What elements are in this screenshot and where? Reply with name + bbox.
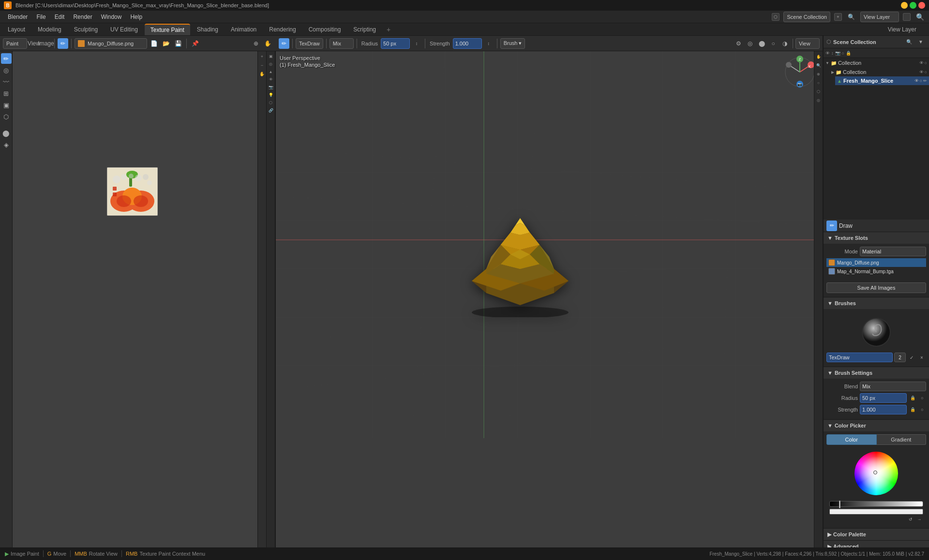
paint-mode-dropdown[interactable]: Paint — [3, 38, 27, 49]
outliner-collection[interactable]: ▶ 📁 Collection 👁 ○ — [829, 68, 929, 76]
save-all-btn[interactable]: Save All Images — [826, 282, 926, 293]
status-key-1[interactable]: ▶ — [5, 551, 9, 557]
tab-viewlayer-right[interactable]: View Layer — [882, 24, 922, 35]
color-wheel-selector[interactable] — [873, 471, 877, 474]
radius-field[interactable]: 50 px — [381, 38, 410, 49]
view-zoom-btn[interactable]: ⊕ — [251, 38, 261, 49]
side-7[interactable]: ⬡ — [267, 99, 275, 106]
menu-render[interactable]: Render — [69, 13, 96, 21]
search-icon[interactable]: 🔍 — [914, 12, 925, 22]
texture-slots-header[interactable]: ▼ Texture Slots — [824, 232, 929, 244]
brush-name-field[interactable]: TexDraw — [826, 353, 893, 362]
color-reset-btn[interactable]: ↺ — [907, 516, 914, 523]
tool-clone[interactable]: ⊞ — [1, 88, 12, 99]
tab-color[interactable]: Color — [826, 434, 877, 445]
outliner-scene-collection[interactable]: ▼ 📁 Collection 👁 ○ — [824, 58, 929, 68]
side-6[interactable]: 💡 — [267, 91, 275, 99]
tex-slot-empty[interactable] — [826, 276, 926, 280]
strength-pressure-btn[interactable]: ↕ — [483, 38, 494, 49]
tex-slot-diffuse[interactable]: Mango_Diffuse.png — [826, 258, 926, 267]
side-8[interactable]: 🔗 — [267, 106, 275, 114]
radius-animate-btn[interactable]: ○ — [918, 394, 926, 402]
strength-animate-btn[interactable]: ○ — [918, 406, 926, 413]
tab-uv-editing[interactable]: UV Editing — [105, 24, 144, 35]
image-canvas[interactable]: + − ✋ — [13, 51, 266, 547]
hand-tool-btn[interactable]: ✋ — [258, 70, 266, 78]
tab-sculpting[interactable]: Sculpting — [68, 24, 104, 35]
filter-hide[interactable]: ○ — [842, 51, 844, 56]
brush-check-btn[interactable]: ✓ — [907, 353, 916, 362]
tool-soften[interactable]: ◎ — [1, 65, 12, 75]
menu-edit[interactable]: Edit — [51, 13, 69, 21]
scene-dropdown[interactable]: Scene Collection — [783, 12, 830, 22]
color-wheel-container[interactable] — [826, 448, 926, 499]
zoom-out-btn[interactable]: − — [258, 61, 266, 69]
strength-field[interactable]: 1.000 — [453, 38, 482, 49]
draw-mode-icon[interactable]: ✏ — [279, 38, 289, 49]
filter-lock[interactable]: 🔒 — [846, 51, 851, 56]
viewport-overlays[interactable]: ◎ — [745, 38, 755, 49]
viewport-shading-render[interactable]: ◑ — [779, 38, 790, 49]
viewport-shading-solid[interactable]: ⬤ — [756, 38, 767, 49]
image-name-dropdown[interactable]: Mango_Diffuse.png — [75, 38, 147, 49]
vp-nav-6[interactable]: ◎ — [815, 96, 823, 104]
brightness-handle[interactable] — [839, 501, 840, 508]
vp-nav-2[interactable]: 🔍 — [815, 61, 823, 69]
viewport-shading-mat[interactable]: ○ — [768, 38, 779, 49]
color-picker-header[interactable]: ▼ Color Picker — [824, 420, 929, 431]
maximize-button[interactable] — [910, 2, 916, 9]
brush-settings-header[interactable]: ▼ Brush Settings — [824, 367, 929, 379]
navigation-gizmo[interactable]: X Z 📷 — [783, 55, 817, 89]
brush-radius-value[interactable]: 50 px — [860, 393, 907, 403]
tool-draw[interactable]: ✏ — [1, 53, 12, 64]
brush-strength-value[interactable]: 1.000 — [860, 405, 907, 414]
view-grab-btn[interactable]: ✋ — [262, 38, 273, 49]
close-button[interactable] — [918, 2, 925, 9]
side-2[interactable]: ◎ — [267, 60, 275, 68]
open-image-btn[interactable]: 📂 — [161, 38, 171, 49]
tab-modeling[interactable]: Modeling — [32, 24, 67, 35]
tab-scripting[interactable]: Scripting — [347, 24, 382, 35]
vp-nav-4[interactable]: ○ — [815, 79, 823, 87]
3d-viewport[interactable]: User Perspective (1) Fresh_Mango_Slice X… — [276, 51, 823, 547]
side-5[interactable]: 📷 — [267, 83, 275, 91]
tab-compositing[interactable]: Compositing — [303, 24, 347, 35]
radius-lock-btn[interactable]: 🔒 — [909, 394, 916, 402]
outliner-search-btn[interactable]: 🔍 — [904, 37, 914, 47]
scene-search[interactable]: 🔍 — [846, 12, 856, 22]
outliner-mango-slice[interactable]: ▲ Fresh_Mango_Slice 👁 ○ ✏ — [835, 76, 929, 85]
tab-animation[interactable]: Animation — [225, 24, 262, 35]
new-image-btn[interactable]: 📄 — [149, 38, 159, 49]
menu-blender[interactable]: Blender — [4, 13, 31, 21]
tab-gradient[interactable]: Gradient — [877, 434, 927, 445]
tab-shading[interactable]: Shading — [191, 24, 224, 35]
viewport-options[interactable]: ⚙ — [733, 38, 744, 49]
draw-tool-btn[interactable]: ✏ — [58, 38, 68, 49]
filter-icon[interactable]: 👁 — [825, 51, 830, 56]
side-3[interactable]: ▲ — [267, 68, 275, 75]
tool-mask[interactable]: ⬡ — [1, 111, 12, 122]
tab-layout[interactable]: Layout — [2, 24, 31, 35]
menu-file[interactable]: File — [32, 13, 49, 21]
filter-select[interactable]: ↕ — [831, 51, 834, 56]
color-apply-btn[interactable]: → — [915, 516, 923, 523]
minimize-button[interactable] — [901, 2, 908, 9]
zoom-in-btn[interactable]: + — [258, 53, 266, 60]
brush-type-dropdown[interactable]: Brush ▾ — [500, 38, 525, 49]
tab-rendering[interactable]: Rendering — [263, 24, 301, 35]
vp-nav-1[interactable]: ✋ — [815, 53, 823, 60]
brush-name-dropdown[interactable]: TexDraw — [296, 38, 323, 49]
viewlayer-dropdown[interactable]: View Layer — [860, 12, 899, 22]
blend-value[interactable]: Mix — [860, 382, 926, 391]
menu-window[interactable]: Window — [97, 13, 126, 21]
strength-lock-btn[interactable]: 🔒 — [909, 406, 916, 413]
pin-btn[interactable]: 📌 — [190, 38, 200, 49]
tool-smear[interactable]: 〰 — [1, 76, 12, 87]
brightness-slider[interactable] — [829, 501, 923, 507]
image-btn[interactable]: Image — [41, 38, 51, 49]
add-workspace-button[interactable]: + — [383, 24, 394, 35]
color-palette-header[interactable]: ▶ Color Palette — [824, 529, 929, 540]
vp-nav-3[interactable]: ⊕ — [815, 70, 823, 78]
filter-render[interactable]: 📷 — [835, 51, 840, 56]
side-4[interactable]: 👁 — [267, 75, 275, 83]
